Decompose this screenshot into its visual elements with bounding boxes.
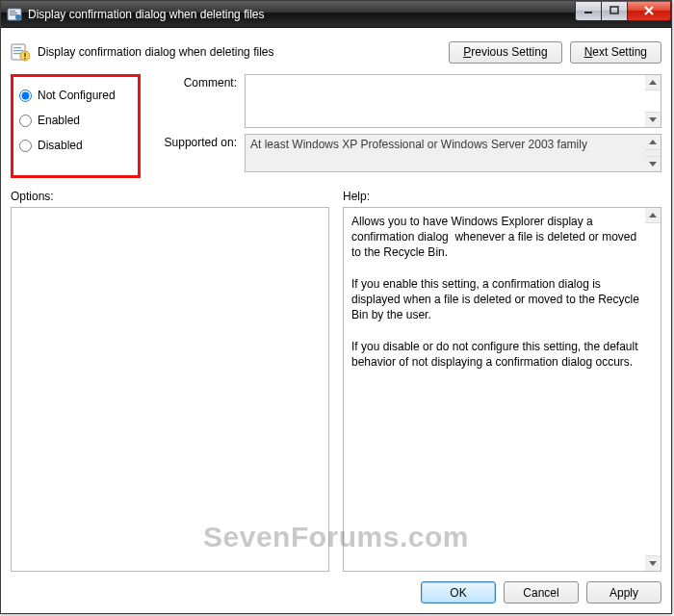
svg-point-4 xyxy=(15,14,21,20)
policy-title: Display confirmation dialog when deletin… xyxy=(38,45,441,59)
right-column: Comment: Supported on: At least Windows … xyxy=(150,74,661,178)
chevron-down-icon xyxy=(649,117,657,122)
help-scroll-up[interactable] xyxy=(645,208,661,223)
svg-rect-5 xyxy=(584,12,592,13)
cancel-label: Cancel xyxy=(523,586,558,600)
comment-label: Comment: xyxy=(150,74,237,128)
help-scroll-down[interactable] xyxy=(645,555,661,571)
options-label: Options: xyxy=(11,190,329,203)
svg-rect-13 xyxy=(24,58,26,60)
svg-rect-1 xyxy=(10,11,15,12)
window-title: Display confirmation dialog when deletin… xyxy=(28,8,576,21)
maximize-button[interactable] xyxy=(601,2,628,21)
next-setting-label-rest: ext Setting xyxy=(592,45,647,59)
dialog-window: Display confirmation dialog when deletin… xyxy=(0,0,672,614)
radio-enabled-input[interactable] xyxy=(19,115,32,127)
close-button[interactable] xyxy=(627,2,671,21)
radio-disabled[interactable]: Disabled xyxy=(19,133,128,158)
radio-disabled-input[interactable] xyxy=(19,140,32,152)
comment-scroll-down[interactable] xyxy=(645,112,661,127)
nav-buttons: Previous Setting Next Setting xyxy=(449,41,661,64)
svg-rect-6 xyxy=(610,7,618,13)
radio-not-configured-input[interactable] xyxy=(19,90,32,102)
ok-button[interactable]: OK xyxy=(421,581,496,603)
radio-disabled-label: Disabled xyxy=(38,139,83,152)
supported-label: Supported on: xyxy=(150,134,237,172)
previous-setting-button[interactable]: Previous Setting xyxy=(449,41,561,64)
window-controls xyxy=(576,2,671,21)
close-icon xyxy=(643,6,655,15)
ok-label: OK xyxy=(450,586,466,600)
state-radio-group: Not Configured Enabled Disabled xyxy=(11,74,141,178)
help-column: Help: Allows you to have Windows Explore… xyxy=(343,190,661,572)
help-panel: Allows you to have Windows Explorer disp… xyxy=(343,207,661,572)
lower-columns: Options: Help: Allows you to have Window… xyxy=(11,190,661,572)
svg-rect-3 xyxy=(10,14,17,15)
svg-rect-8 xyxy=(13,47,21,48)
top-grid: Not Configured Enabled Disabled Comment: xyxy=(11,74,661,178)
options-column: Options: xyxy=(11,190,329,572)
svg-rect-9 xyxy=(13,50,23,51)
apply-button[interactable]: Apply xyxy=(586,581,661,603)
header-row: Display confirmation dialog when deletin… xyxy=(11,36,661,68)
comment-field[interactable] xyxy=(245,74,661,128)
chevron-down-icon xyxy=(649,561,657,566)
previous-setting-label-rest: revious Setting xyxy=(471,45,547,59)
supported-row: Supported on: At least Windows XP Profes… xyxy=(150,134,661,172)
supported-value: At least Windows XP Professional or Wind… xyxy=(250,138,587,151)
chevron-down-icon xyxy=(649,162,657,167)
comment-scroll-up[interactable] xyxy=(645,75,661,90)
supported-scroll-up[interactable] xyxy=(645,135,661,150)
titlebar: Display confirmation dialog when deletin… xyxy=(1,1,671,28)
svg-rect-12 xyxy=(24,53,26,57)
footer-buttons: OK Cancel Apply xyxy=(11,572,661,603)
minimize-button[interactable] xyxy=(575,2,602,21)
policy-icon xyxy=(11,42,30,62)
options-panel xyxy=(11,207,329,572)
radio-not-configured[interactable]: Not Configured xyxy=(19,83,128,108)
policy-sysicon xyxy=(7,7,22,22)
cancel-button[interactable]: Cancel xyxy=(504,581,579,603)
apply-label: Apply xyxy=(609,586,638,600)
radio-enabled-label: Enabled xyxy=(38,114,80,127)
help-text: Allows you to have Windows Explorer disp… xyxy=(351,215,642,369)
help-label: Help: xyxy=(343,190,661,203)
next-setting-button[interactable]: Next Setting xyxy=(570,41,661,64)
maximize-icon xyxy=(609,6,619,15)
chevron-up-icon xyxy=(649,80,657,85)
radio-enabled[interactable]: Enabled xyxy=(19,108,128,133)
supported-scroll-down[interactable] xyxy=(645,156,661,171)
comment-row: Comment: xyxy=(150,74,661,128)
supported-field: At least Windows XP Professional or Wind… xyxy=(245,134,661,172)
chevron-up-icon xyxy=(649,213,657,218)
svg-rect-2 xyxy=(10,13,17,13)
client-area: Display confirmation dialog when deletin… xyxy=(1,28,671,613)
chevron-up-icon xyxy=(649,140,657,144)
minimize-icon xyxy=(583,6,593,15)
radio-not-configured-label: Not Configured xyxy=(38,89,116,102)
